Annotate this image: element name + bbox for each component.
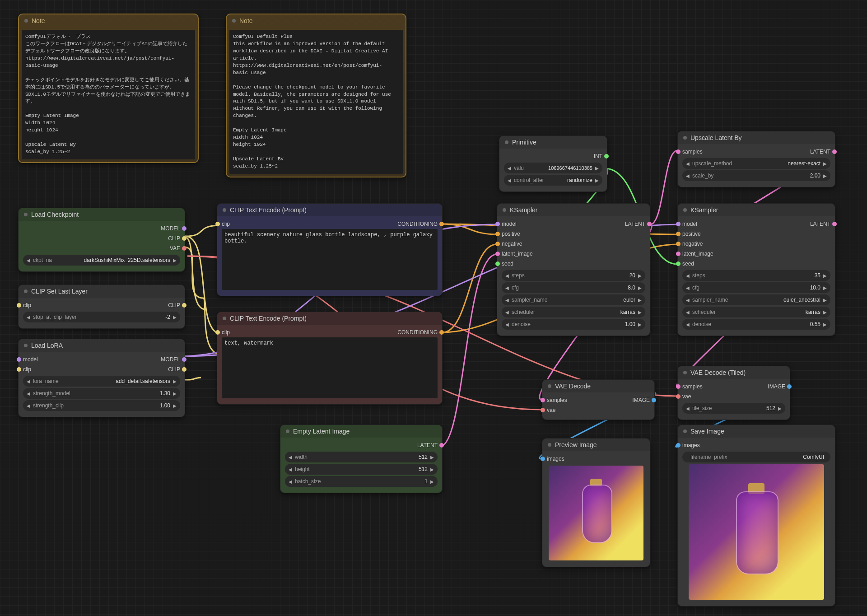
in-samples-slot[interactable]: samples xyxy=(682,382,703,392)
load-lora-node[interactable]: Load LoRA model MODEL clip CLIP ◀ lora_n… xyxy=(18,339,185,417)
out-clip-slot[interactable]: CLIP xyxy=(168,364,180,374)
chevron-left-icon[interactable]: ◀ xyxy=(686,310,690,315)
in-seed-slot[interactable]: seed xyxy=(502,259,645,269)
chevron-left-icon[interactable]: ◀ xyxy=(686,173,690,178)
chevron-right-icon[interactable]: ▶ xyxy=(595,178,599,183)
cfg-widget[interactable]: ◀cfg10.0▶ xyxy=(682,282,830,293)
chevron-left-icon[interactable]: ◀ xyxy=(505,298,509,303)
clip-neg-header[interactable]: CLIP Text Encode (Prompt) xyxy=(217,312,442,325)
clip-set-header[interactable]: CLIP Set Last Layer xyxy=(19,285,185,298)
tile-size-widget[interactable]: ◀tile_size512▶ xyxy=(682,403,785,414)
ksampler-2-header[interactable]: KSampler xyxy=(678,204,835,216)
note-en-header[interactable]: Note xyxy=(227,14,406,27)
chevron-left-icon[interactable]: ◀ xyxy=(686,322,690,327)
primitive-header[interactable]: Primitive xyxy=(499,136,607,149)
lora-name-widget[interactable]: ◀ lora_name add_detail.safetensors ▶ xyxy=(23,376,180,387)
batch-size-widget[interactable]: ◀ batch_size 1 ▶ xyxy=(285,476,438,487)
chevron-left-icon[interactable]: ◀ xyxy=(686,298,690,303)
load-lora-header[interactable]: Load LoRA xyxy=(19,339,185,352)
in-images-slot[interactable]: images xyxy=(547,454,645,464)
in-images-slot[interactable]: images xyxy=(682,440,830,450)
chevron-left-icon[interactable]: ◀ xyxy=(686,406,690,411)
in-negative-slot[interactable]: negative xyxy=(682,239,830,249)
out-model-slot[interactable]: MODEL xyxy=(23,224,180,233)
chevron-left-icon[interactable]: ◀ xyxy=(27,258,30,263)
chevron-left-icon[interactable]: ◀ xyxy=(27,379,30,384)
sampler-name-widget[interactable]: ◀sampler_nameeuler▶ xyxy=(502,294,645,305)
in-negative-slot[interactable]: negative xyxy=(502,239,645,249)
chevron-right-icon[interactable]: ▶ xyxy=(173,391,177,396)
clip-pos-header[interactable]: CLIP Text Encode (Prompt) xyxy=(217,204,442,216)
vae-decode-tiled-header[interactable]: VAE Decode (Tiled) xyxy=(678,366,790,379)
clip-text-encode-negative-node[interactable]: CLIP Text Encode (Prompt) clip CONDITION… xyxy=(217,312,443,405)
chevron-right-icon[interactable]: ▶ xyxy=(638,310,642,315)
control-after-widget[interactable]: ◀ control_after randomize ▶ xyxy=(504,175,602,186)
upscale-method-widget[interactable]: ◀upscale_methodnearest-exact▶ xyxy=(682,158,830,169)
chevron-right-icon[interactable]: ▶ xyxy=(638,273,642,278)
scale-by-widget[interactable]: ◀scale_by2.00▶ xyxy=(682,170,830,181)
stop-at-clip-layer-widget[interactable]: ◀ stop_at_clip_layer -2 ▶ xyxy=(23,312,180,322)
out-latent-slot[interactable]: LATENT xyxy=(625,219,645,229)
chevron-right-icon[interactable]: ▶ xyxy=(638,298,642,303)
chevron-right-icon[interactable]: ▶ xyxy=(173,315,177,320)
generated-image-preview[interactable] xyxy=(689,464,824,600)
chevron-right-icon[interactable]: ▶ xyxy=(638,285,642,290)
primitive-value-widget[interactable]: ◀ valu 1069667446110385 ▶ xyxy=(504,163,602,173)
width-widget[interactable]: ◀ width 512 ▶ xyxy=(285,452,438,462)
chevron-left-icon[interactable]: ◀ xyxy=(505,322,509,327)
in-model-slot[interactable]: model xyxy=(682,219,697,229)
note-en-node[interactable]: Note ComfyUI Default Plus This workflow … xyxy=(226,14,406,177)
chevron-left-icon[interactable]: ◀ xyxy=(27,315,30,320)
preview-image-node[interactable]: Preview Image images xyxy=(542,438,650,567)
chevron-left-icon[interactable]: ◀ xyxy=(686,161,690,166)
chevron-right-icon[interactable]: ▶ xyxy=(430,455,434,460)
steps-widget[interactable]: ◀steps35▶ xyxy=(682,270,830,281)
out-vae-slot[interactable]: VAE xyxy=(23,243,180,253)
chevron-right-icon[interactable]: ▶ xyxy=(823,273,827,278)
in-latent-slot[interactable]: latent_image xyxy=(682,249,830,259)
out-model-slot[interactable]: MODEL xyxy=(161,355,180,364)
chevron-right-icon[interactable]: ▶ xyxy=(778,406,782,411)
chevron-left-icon[interactable]: ◀ xyxy=(289,467,292,472)
cfg-widget[interactable]: ◀cfg8.0▶ xyxy=(502,282,645,293)
in-samples-slot[interactable]: samples xyxy=(547,395,567,405)
vae-decode-header[interactable]: VAE Decode xyxy=(542,380,654,392)
note-jp-body[interactable]: ComfyUIデフォルト プラス このワークフローはDCAI－デジタルクリエイテ… xyxy=(22,30,195,159)
in-latent-slot[interactable]: latent_image xyxy=(502,249,645,259)
ckpt-name-widget[interactable]: ◀ ckpt_na darkSushiMixMix_225D.safetenso… xyxy=(23,255,180,266)
chevron-right-icon[interactable]: ▶ xyxy=(638,322,642,327)
in-positive-slot[interactable]: positive xyxy=(502,229,645,239)
out-int-slot[interactable]: INT xyxy=(504,151,602,161)
load-checkpoint-node[interactable]: Load Checkpoint MODEL CLIP VAE ◀ ckpt_na… xyxy=(18,208,185,272)
out-conditioning-slot[interactable]: CONDITIONING xyxy=(397,327,438,337)
chevron-left-icon[interactable]: ◀ xyxy=(508,178,511,183)
in-clip-slot[interactable]: clip xyxy=(23,300,31,310)
clip-neg-textarea[interactable] xyxy=(222,337,438,398)
chevron-left-icon[interactable]: ◀ xyxy=(505,285,509,290)
chevron-left-icon[interactable]: ◀ xyxy=(505,273,509,278)
sampler-name-widget[interactable]: ◀sampler_nameeuler_ancestral▶ xyxy=(682,294,830,305)
upscale-latent-node[interactable]: Upscale Latent By samples LATENT ◀upscal… xyxy=(677,131,835,187)
in-clip-slot[interactable]: clip xyxy=(222,327,230,337)
ksampler-1-header[interactable]: KSampler xyxy=(497,204,650,216)
out-clip-slot[interactable]: CLIP xyxy=(23,233,180,243)
in-clip-slot[interactable]: clip xyxy=(222,219,230,229)
scheduler-widget[interactable]: ◀schedulerkarras▶ xyxy=(502,307,645,317)
chevron-left-icon[interactable]: ◀ xyxy=(27,391,30,396)
chevron-left-icon[interactable]: ◀ xyxy=(289,455,292,460)
denoise-widget[interactable]: ◀denoise1.00▶ xyxy=(502,319,645,330)
note-jp-header[interactable]: Note xyxy=(19,14,198,27)
out-conditioning-slot[interactable]: CONDITIONING xyxy=(397,219,438,229)
strength-model-widget[interactable]: ◀ strength_model 1.30 ▶ xyxy=(23,388,180,399)
height-widget[interactable]: ◀ height 512 ▶ xyxy=(285,464,438,475)
in-samples-slot[interactable]: samples xyxy=(682,147,703,157)
strength-clip-widget[interactable]: ◀ strength_clip 1.00 ▶ xyxy=(23,400,180,411)
out-clip-slot[interactable]: CLIP xyxy=(168,300,180,310)
in-vae-slot[interactable]: vae xyxy=(547,405,650,415)
in-model-slot[interactable]: model xyxy=(23,355,38,364)
out-image-slot[interactable]: IMAGE xyxy=(632,395,650,405)
in-model-slot[interactable]: model xyxy=(502,219,517,229)
in-positive-slot[interactable]: positive xyxy=(682,229,830,239)
chevron-left-icon[interactable]: ◀ xyxy=(508,166,511,171)
chevron-right-icon[interactable]: ▶ xyxy=(823,310,827,315)
